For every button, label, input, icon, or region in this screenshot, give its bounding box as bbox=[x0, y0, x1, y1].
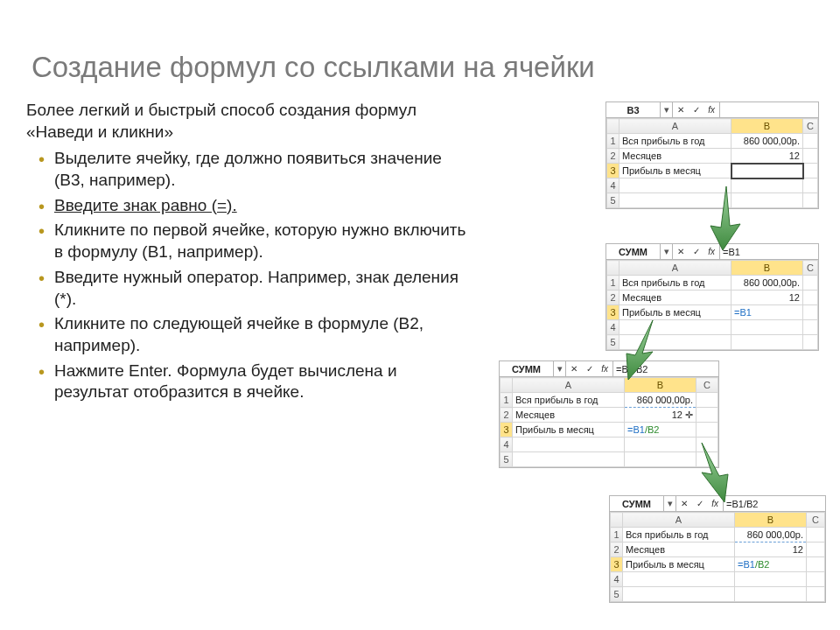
cell-C3[interactable] bbox=[696, 423, 718, 438]
formula-bar[interactable] bbox=[720, 102, 818, 117]
row-header-2[interactable]: 2 bbox=[607, 290, 620, 305]
cell-B2[interactable]: 12 bbox=[732, 149, 803, 164]
row-header-5[interactable]: 5 bbox=[607, 193, 620, 208]
col-header-B[interactable]: B bbox=[732, 119, 803, 134]
cell-A1[interactable]: Вся прибыль в год bbox=[620, 134, 732, 149]
cancel-icon[interactable]: ✕ bbox=[681, 499, 688, 508]
col-header-A[interactable]: A bbox=[513, 378, 625, 393]
formula-bar[interactable]: =B1/B2 bbox=[613, 361, 718, 376]
fx-icon[interactable]: fx bbox=[711, 499, 718, 508]
cell-B1[interactable]: 860 000,00р. bbox=[735, 528, 807, 542]
cell-C1[interactable] bbox=[803, 134, 818, 149]
fx-icon[interactable]: fx bbox=[708, 247, 715, 256]
cell-C1[interactable] bbox=[696, 393, 718, 408]
excel-snippet-2: СУММ ▾ ✕ ✓ fx =B1 A B C 1 Вся прибыль в … bbox=[606, 243, 819, 351]
enter-icon[interactable]: ✓ bbox=[693, 105, 700, 115]
row-header-3[interactable]: 3 bbox=[607, 164, 620, 178]
cell-A3[interactable]: Прибыль в месяц bbox=[623, 557, 735, 572]
cell-C2[interactable] bbox=[807, 542, 825, 557]
cursor-icon: ✛ bbox=[685, 410, 693, 420]
row-header-1[interactable]: 1 bbox=[607, 276, 620, 290]
cancel-icon[interactable]: ✕ bbox=[570, 364, 578, 374]
col-header-A[interactable]: A bbox=[620, 261, 732, 276]
name-box[interactable]: СУММ bbox=[606, 244, 661, 259]
cell-A2[interactable]: Месяцев bbox=[623, 542, 735, 557]
name-box[interactable]: СУММ bbox=[610, 496, 664, 511]
cell-C3[interactable] bbox=[807, 557, 825, 572]
cell-C3[interactable] bbox=[803, 305, 818, 320]
enter-icon[interactable]: ✓ bbox=[586, 364, 593, 374]
cell-C2[interactable] bbox=[696, 408, 718, 423]
enter-icon[interactable]: ✓ bbox=[693, 247, 700, 256]
excel-snippet-3: СУММ ▾ ✕ ✓ fx =B1/B2 A B C 1 Вся прибыль… bbox=[499, 360, 719, 468]
cell-C1[interactable] bbox=[803, 276, 818, 290]
cell-A2[interactable]: Месяцев bbox=[620, 149, 732, 164]
row-header-4[interactable]: 4 bbox=[607, 320, 620, 335]
col-header-C[interactable]: C bbox=[803, 261, 818, 276]
col-header-B[interactable]: B bbox=[625, 378, 696, 393]
cell-A1[interactable]: Вся прибыль в год bbox=[513, 393, 625, 408]
cell-C3[interactable] bbox=[803, 164, 818, 178]
fx-icon[interactable]: fx bbox=[708, 105, 715, 115]
enter-icon[interactable]: ✓ bbox=[696, 499, 704, 508]
row-header-3[interactable]: 3 bbox=[500, 423, 513, 438]
fx-icon[interactable]: fx bbox=[601, 364, 608, 374]
intro-text: Более легкий и быстрый способ создания ф… bbox=[26, 100, 472, 143]
cell-B1[interactable]: 860 000,00р. bbox=[732, 134, 803, 149]
col-header-A[interactable]: A bbox=[620, 119, 732, 134]
namebox-dropdown-icon[interactable]: ▾ bbox=[661, 102, 673, 117]
row-header-2[interactable]: 2 bbox=[500, 408, 513, 423]
cell-C2[interactable] bbox=[803, 290, 818, 305]
name-box[interactable]: B3 bbox=[606, 102, 661, 117]
col-header-A[interactable]: A bbox=[623, 513, 735, 528]
cell-A2[interactable]: Месяцев bbox=[513, 408, 625, 423]
bullet-5: Кликните по следующей ячейке в формуле (… bbox=[42, 313, 472, 356]
row-header-5[interactable]: 5 bbox=[500, 452, 513, 467]
cell-B1[interactable]: 860 000,00р. bbox=[625, 393, 696, 408]
row-header-2[interactable]: 2 bbox=[607, 149, 620, 164]
cell-B3[interactable] bbox=[732, 164, 803, 178]
col-header-B[interactable]: B bbox=[732, 261, 803, 276]
formula-bar[interactable]: =B1 bbox=[720, 244, 818, 259]
row-header-5[interactable]: 5 bbox=[607, 335, 620, 350]
namebox-dropdown-icon[interactable]: ▾ bbox=[554, 361, 566, 376]
namebox-dropdown-icon[interactable]: ▾ bbox=[661, 244, 673, 259]
cell-A3[interactable]: Прибыль в месяц bbox=[620, 305, 732, 320]
row-header-1[interactable]: 1 bbox=[611, 528, 623, 542]
cell-B1[interactable]: 860 000,00р. bbox=[732, 276, 803, 290]
cell-A3[interactable]: Прибыль в месяц bbox=[620, 164, 732, 178]
col-header-B[interactable]: B bbox=[735, 513, 807, 528]
cancel-icon[interactable]: ✕ bbox=[677, 105, 684, 115]
cell-B2[interactable]: 12 bbox=[735, 542, 807, 557]
cell-B3[interactable]: =B1/B2 bbox=[625, 423, 696, 438]
name-box[interactable]: СУММ bbox=[500, 361, 554, 376]
cell-B3[interactable]: =B1/B2 bbox=[735, 557, 807, 572]
cancel-icon[interactable]: ✕ bbox=[677, 247, 684, 256]
row-header-3[interactable]: 3 bbox=[611, 557, 623, 572]
cell-A1[interactable]: Вся прибыль в год bbox=[620, 276, 732, 290]
cell-A1[interactable]: Вся прибыль в год bbox=[623, 528, 735, 542]
bullet-1: Выделите ячейку, где должно появиться зн… bbox=[42, 148, 472, 191]
row-header-3[interactable]: 3 bbox=[607, 305, 620, 320]
formula-bar[interactable]: =B1/B2 bbox=[724, 496, 825, 511]
col-header-C[interactable]: C bbox=[807, 513, 825, 528]
row-header-1[interactable]: 1 bbox=[607, 134, 620, 149]
cell-A3[interactable]: Прибыль в месяц bbox=[513, 423, 625, 438]
row-header-4[interactable]: 4 bbox=[607, 178, 620, 193]
cell-B3[interactable]: =B1 bbox=[732, 305, 803, 320]
cell-A2[interactable]: Месяцев bbox=[620, 290, 732, 305]
cell-C1[interactable] bbox=[807, 528, 825, 542]
cell-B2[interactable]: 12 bbox=[732, 290, 803, 305]
namebox-dropdown-icon[interactable]: ▾ bbox=[664, 496, 676, 511]
col-header-C[interactable]: C bbox=[696, 378, 718, 393]
row-header-5[interactable]: 5 bbox=[611, 587, 623, 602]
excel-snippet-1: B3 ▾ ✕ ✓ fx A B C 1 Вся прибыль в год 86… bbox=[606, 102, 819, 209]
col-header-C[interactable]: C bbox=[803, 119, 818, 134]
row-header-2[interactable]: 2 bbox=[611, 542, 623, 557]
row-header-4[interactable]: 4 bbox=[500, 438, 513, 452]
row-header-4[interactable]: 4 bbox=[611, 572, 623, 587]
cell-B2[interactable]: 12 ✛ bbox=[625, 408, 696, 423]
cell-C2[interactable] bbox=[803, 149, 818, 164]
row-header-1[interactable]: 1 bbox=[500, 393, 513, 408]
bullet-3: Кликните по первой ячейке, которую нужно… bbox=[42, 220, 472, 262]
